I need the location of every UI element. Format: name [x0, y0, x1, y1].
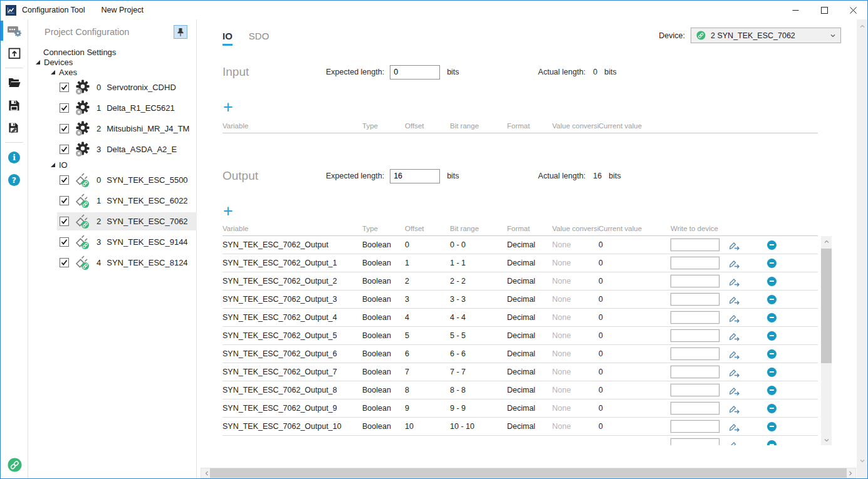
minimize-button[interactable]	[781, 1, 810, 19]
scroll-up-button[interactable]	[857, 21, 867, 31]
write-value-input[interactable]	[671, 275, 719, 287]
scroll-right-button[interactable]	[845, 468, 855, 478]
write-to-device-icon[interactable]	[729, 240, 740, 250]
pin-button[interactable]	[174, 25, 187, 39]
scrollbar-thumb[interactable]	[210, 468, 847, 478]
remove-row-button[interactable]	[767, 313, 776, 322]
table-row[interactable]: SYN_TEK_ESC_7062_Output_7 Boolean 7 7 - …	[222, 363, 818, 381]
remove-row-button[interactable]	[767, 440, 776, 446]
tree-item-axis[interactable]: 3 Delta_ASDA_A2_E	[28, 139, 196, 160]
add-output-variable-button[interactable]: +	[223, 203, 233, 219]
table-row[interactable]: SYN_TEK_ESC_7062_Output_10 Boolean 10 10…	[222, 418, 818, 436]
io-device-checkbox[interactable]	[60, 196, 69, 205]
tree-item-axis[interactable]: 0 Servotronix_CDHD	[28, 77, 196, 98]
table-row[interactable]: SYN_TEK_ESC_7062_Output_6 Boolean 6 6 - …	[222, 345, 818, 363]
toolbar-save-as-button[interactable]	[1, 116, 28, 139]
axis-checkbox[interactable]	[60, 124, 69, 133]
page-scrollbar[interactable]	[857, 19, 867, 478]
input-expected-length-field[interactable]	[390, 65, 440, 80]
write-value-input[interactable]	[671, 366, 719, 378]
axis-checkbox[interactable]	[60, 83, 69, 92]
write-value-input[interactable]	[671, 420, 719, 433]
toolbar-save-button[interactable]	[1, 94, 28, 116]
tree-node-connection-settings[interactable]: Connection Settings	[28, 47, 196, 57]
tree-item-io-device[interactable]: 4 SYN_TEK_ESC_8124	[28, 252, 196, 273]
write-to-device-icon[interactable]	[729, 258, 740, 269]
write-value-input[interactable]	[671, 257, 719, 269]
write-to-device-icon[interactable]	[729, 385, 740, 396]
table-row-partial[interactable]	[222, 436, 818, 445]
write-to-device-icon[interactable]	[729, 331, 740, 341]
toolbar-export-button[interactable]	[1, 42, 28, 64]
menu-new-project[interactable]: New Project	[102, 6, 144, 14]
remove-row-button[interactable]	[767, 404, 776, 413]
tree-node-axes[interactable]: Axes	[28, 67, 196, 77]
tab-io[interactable]: IO	[222, 31, 233, 46]
remove-row-button[interactable]	[767, 259, 776, 268]
maximize-button[interactable]	[810, 1, 839, 19]
scrollbar-thumb[interactable]	[821, 249, 832, 363]
toolbar-help-button[interactable]: ?	[1, 168, 28, 191]
output-table-scrollbar[interactable]	[821, 236, 832, 445]
remove-row-button[interactable]	[767, 331, 776, 341]
tree-item-io-device[interactable]: 3 SYN_TEK_ESC_9144	[28, 232, 196, 252]
expander-icon[interactable]	[51, 163, 55, 167]
expander-icon[interactable]	[51, 70, 55, 75]
remove-row-button[interactable]	[767, 240, 776, 250]
io-device-checkbox[interactable]	[60, 258, 69, 267]
write-to-device-icon[interactable]	[729, 276, 740, 287]
tree-item-axis[interactable]: 1 Delta_R1_EC5621	[28, 98, 196, 118]
write-value-input[interactable]	[671, 239, 719, 251]
io-device-checkbox[interactable]	[60, 237, 69, 247]
tree-item-io-device[interactable]: 0 SYN_TEK_ESC_5500	[28, 170, 196, 190]
axis-checkbox[interactable]	[60, 103, 69, 113]
tree-node-io[interactable]: IO	[28, 160, 196, 170]
add-input-variable-button[interactable]: +	[223, 100, 233, 115]
expander-icon[interactable]	[36, 60, 40, 64]
table-row[interactable]: SYN_TEK_ESC_7062_Output_5 Boolean 5 5 - …	[222, 327, 818, 345]
tab-sdo[interactable]: SDO	[249, 31, 269, 41]
tree-node-devices[interactable]: Devices	[28, 57, 196, 67]
remove-row-button[interactable]	[767, 368, 776, 377]
tree-item-io-device[interactable]: 1 SYN_TEK_ESC_6022	[28, 190, 196, 211]
write-value-input[interactable]	[671, 293, 719, 306]
output-expected-length-field[interactable]	[390, 169, 440, 183]
write-value-input[interactable]	[671, 311, 719, 324]
write-value-input[interactable]	[671, 438, 719, 445]
tree-item-axis[interactable]: 2 Mitsubishi_MR_J4_TM	[28, 118, 196, 139]
remove-row-button[interactable]	[767, 422, 776, 431]
tree-item-io-device[interactable]: 2 SYN_TEK_ESC_7062	[28, 211, 196, 232]
axis-checkbox[interactable]	[60, 145, 69, 154]
write-value-input[interactable]	[671, 348, 719, 360]
table-row[interactable]: SYN_TEK_ESC_7062_Output_1 Boolean 1 1 - …	[222, 254, 818, 272]
write-to-device-icon[interactable]	[729, 421, 740, 432]
table-row[interactable]: SYN_TEK_ESC_7062_Output_4 Boolean 4 4 - …	[222, 309, 818, 327]
horizontal-scrollbar[interactable]	[201, 468, 856, 478]
table-row[interactable]: SYN_TEK_ESC_7062_Output_2 Boolean 2 2 - …	[222, 272, 818, 291]
write-to-device-icon[interactable]	[729, 312, 740, 323]
table-row[interactable]: SYN_TEK_ESC_7062_Output_3 Boolean 3 3 - …	[222, 291, 818, 309]
device-select[interactable]: 2 SYN_TEK_ESC_7062	[691, 28, 841, 43]
toolbar-device-configuration-button[interactable]	[1, 19, 28, 42]
scroll-down-button[interactable]	[821, 435, 832, 445]
write-to-device-icon[interactable]	[729, 367, 740, 378]
write-value-input[interactable]	[671, 384, 719, 396]
io-device-checkbox[interactable]	[60, 217, 69, 226]
table-row[interactable]: SYN_TEK_ESC_7062_Output Boolean 0 0 - 0 …	[222, 236, 818, 254]
toolbar-open-button[interactable]	[1, 71, 28, 94]
close-button[interactable]	[839, 1, 867, 19]
remove-row-button[interactable]	[767, 386, 776, 395]
write-to-device-icon[interactable]	[729, 403, 740, 414]
table-row[interactable]: SYN_TEK_ESC_7062_Output_9 Boolean 9 9 - …	[222, 399, 818, 418]
io-device-checkbox[interactable]	[60, 175, 69, 185]
scroll-up-button[interactable]	[821, 236, 832, 247]
write-value-input[interactable]	[671, 402, 719, 415]
write-value-input[interactable]	[671, 329, 719, 342]
write-to-device-icon[interactable]	[729, 440, 740, 446]
toolbar-info-button[interactable]: i	[1, 146, 28, 168]
write-to-device-icon[interactable]	[729, 349, 740, 359]
remove-row-button[interactable]	[767, 349, 776, 359]
scroll-down-button[interactable]	[857, 455, 867, 466]
remove-row-button[interactable]	[767, 277, 776, 286]
remove-row-button[interactable]	[767, 295, 776, 304]
